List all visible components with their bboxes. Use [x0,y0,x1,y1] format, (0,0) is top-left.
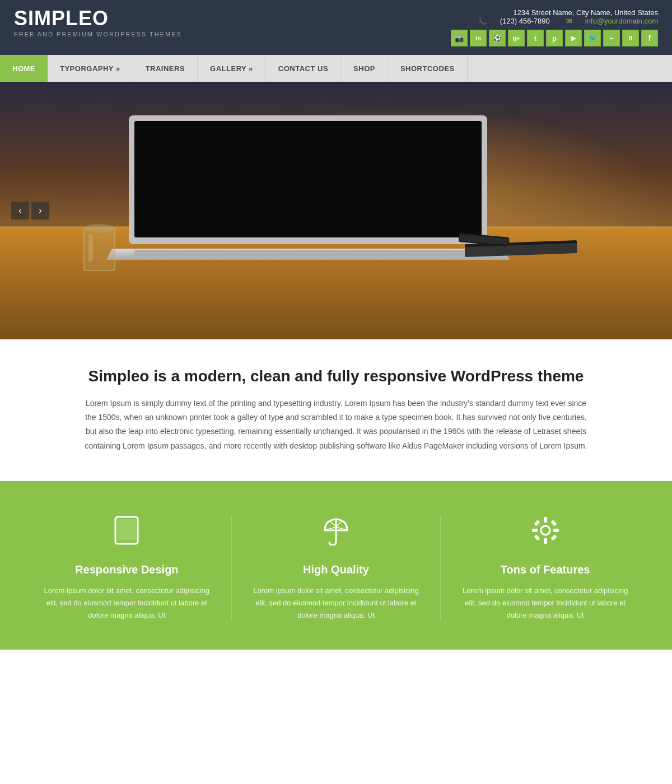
svg-rect-28 [534,520,540,526]
next-slide-button[interactable]: › [31,202,49,220]
prev-slide-button[interactable]: ‹ [11,202,29,220]
pinterest-icon[interactable]: p [546,30,563,46]
intro-title: Simpleo is a modern, clean and fully res… [45,367,627,385]
feature-responsive-title: Responsive Design [39,563,214,576]
feature-quality: High Quality Lorem ipsum dolor sit amet,… [232,515,441,622]
logo-title[interactable]: SIMPLEO [14,8,182,29]
svg-rect-29 [550,520,557,526]
header-right: 1234 Street Name, City Name, United Stat… [451,8,658,46]
nav-shop[interactable]: SHOP [341,55,388,82]
flickr-icon[interactable]: fl [622,30,639,46]
logo-subtitle: FREE AND PREMIUM WORDPRESS THEMES [14,31,182,38]
feature-tons-text: Lorem ipsum dolor sit amet, consectetur … [458,585,633,622]
tablet-icon [39,515,214,552]
twitter-icon[interactable]: 🐦 [584,30,601,46]
hero-slider: ‹ › [0,82,672,339]
feature-tons-title: Tons of Features [458,563,633,576]
slider-arrows: ‹ › [11,202,49,220]
nav-home[interactable]: HOME [0,55,48,82]
feature-responsive-text: Lorem ipsum dolor sit amet, consectetur … [39,585,214,622]
intro-text: Lorem Ipsum is simply dummy text of the … [84,396,588,453]
nav-shortcodes[interactable]: SHORTCODES [388,55,468,82]
svg-rect-24 [544,517,547,522]
svg-rect-16 [117,519,136,540]
contact-info: 1234 Street Name, City Name, United Stat… [451,8,658,25]
social-icons-bar: 📷 in ⚽ g+ t p ▶ 🐦 ⌁ fl f [451,30,658,46]
email-address[interactable]: info@yourdomain.com [585,17,658,25]
gear-icon [458,515,633,552]
googleplus-icon[interactable]: g+ [508,30,525,46]
feature-responsive: Responsive Design Lorem ipsum dolor sit … [22,515,231,622]
phone-icon: 📞 [478,17,487,25]
facebook-icon[interactable]: f [641,30,658,46]
nav-trainers[interactable]: TRAINERS [133,55,198,82]
intro-section: Simpleo is a modern, clean and fully res… [0,339,672,481]
feature-quality-text: Lorem ipsum dolor sit amet, consectetur … [249,585,424,622]
svg-point-9 [84,224,114,233]
svg-rect-7 [134,250,482,256]
svg-rect-27 [553,529,559,532]
phone-number[interactable]: (123) 456-7890 [500,17,550,25]
svg-rect-25 [544,538,547,544]
site-header: SIMPLEO FREE AND PREMIUM WORDPRESS THEME… [0,0,672,55]
logo-area: SIMPLEO FREE AND PREMIUM WORDPRESS THEME… [14,8,182,38]
svg-rect-30 [534,534,540,540]
email-icon: ✉ [566,17,572,25]
address-text: 1234 Street Name, City Name, United Stat… [513,8,658,17]
svg-rect-5 [134,121,482,237]
svg-point-23 [541,526,550,535]
rss-icon[interactable]: ⌁ [603,30,620,46]
nav-typography[interactable]: TYPORGAPHY » [48,55,133,82]
nav-contact[interactable]: CONTACT US [266,55,341,82]
features-section: Responsive Design Lorem ipsum dolor sit … [0,481,672,650]
instagram-icon[interactable]: 📷 [451,30,468,46]
youtube-icon[interactable]: ▶ [565,30,582,46]
svg-rect-10 [88,234,93,262]
feature-features: Tons of Features Lorem ipsum dolor sit a… [441,515,650,622]
svg-rect-26 [532,529,538,532]
svg-rect-31 [550,534,557,540]
linkedin-icon[interactable]: in [470,30,487,46]
tumblr-icon[interactable]: t [527,30,544,46]
nav-gallery[interactable]: GALLERY » [198,55,266,82]
feature-quality-title: High Quality [249,563,424,576]
hero-image [0,82,672,339]
main-navigation: HOME TYPORGAPHY » TRAINERS GALLERY » CON… [0,55,672,82]
dribbble-icon[interactable]: ⚽ [489,30,506,46]
umbrella-icon [249,515,424,552]
